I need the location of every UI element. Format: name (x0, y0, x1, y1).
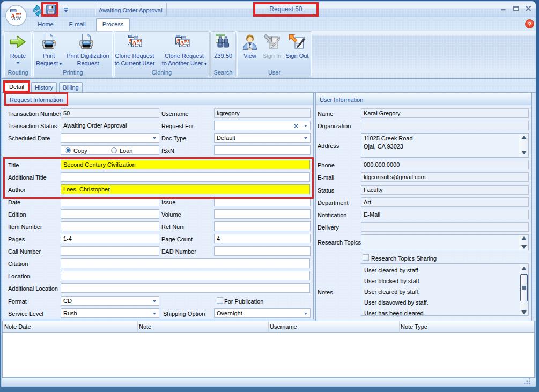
svg-text:A: A (132, 40, 137, 46)
svg-text:A: A (11, 12, 15, 19)
svg-text:?: ? (528, 21, 531, 27)
